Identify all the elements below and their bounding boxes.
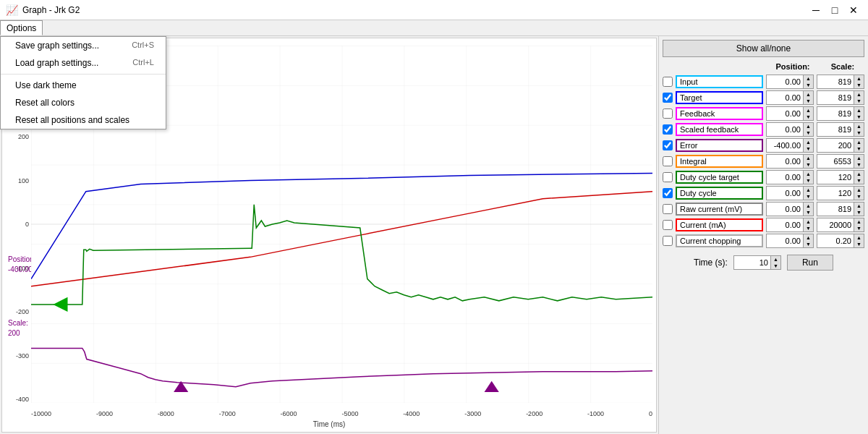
channel-checkbox-4[interactable] (663, 140, 673, 150)
channel-checkbox-3[interactable] (663, 124, 673, 135)
window-icon: 📈 (6, 4, 18, 16)
position-spinner-3: ▲▼ (766, 122, 814, 137)
channel-row-5: Integral▲▼▲▼ (663, 154, 864, 169)
position-input-7[interactable] (767, 188, 803, 198)
position-input-6[interactable] (767, 172, 803, 182)
position-input-2[interactable] (767, 109, 803, 119)
channel-label-4[interactable]: Error (676, 139, 763, 152)
channel-checkbox-6[interactable] (663, 172, 673, 182)
save-graph-settings-item[interactable]: Save graph settings... Ctrl+S (1, 37, 166, 54)
scale-spinner-8: ▲▼ (817, 202, 864, 216)
channel-label-5[interactable]: Integral (676, 155, 763, 168)
position-spinner-5: ▲▼ (766, 154, 814, 169)
channel-row-7: Duty cycle▲▼▲▼ (663, 186, 864, 200)
channel-label-8[interactable]: Raw current (mV) (676, 203, 763, 216)
channel-label-9[interactable]: Current (mA) (676, 218, 763, 231)
time-spin-up[interactable]: ▲ (770, 256, 780, 263)
channel-label-0[interactable]: Input (676, 75, 763, 88)
position-spinner-1: ▲▼ (766, 90, 814, 105)
scale-input-4[interactable] (817, 140, 854, 150)
channel-label-1[interactable]: Target (676, 91, 763, 104)
scale-input-9[interactable] (817, 220, 854, 230)
channel-checkbox-10[interactable] (663, 236, 673, 246)
position-spinner-2: ▲▼ (766, 106, 814, 121)
menu-bar: Options Save graph settings... Ctrl+S Lo… (0, 20, 868, 36)
minimize-button[interactable]: ─ (807, 3, 825, 17)
load-graph-settings-item[interactable]: Load graph settings... Ctrl+L (1, 54, 166, 72)
maximize-button[interactable]: □ (826, 3, 843, 17)
position-input-5[interactable] (767, 156, 803, 166)
run-button[interactable]: Run (787, 255, 833, 271)
position-input-8[interactable] (767, 204, 803, 214)
channel-checkbox-0[interactable] (663, 77, 673, 87)
scale-col-header: Scale: (821, 62, 864, 71)
position-spinner-7: ▲▼ (766, 186, 814, 200)
position-input-1[interactable] (767, 93, 803, 103)
time-run-row: Time (s): ▲ ▼ Run (663, 255, 864, 271)
window-controls: ─ □ ✕ (807, 3, 862, 17)
position-input-4[interactable] (767, 140, 803, 150)
channel-row-6: Duty cycle target▲▼▲▼ (663, 170, 864, 184)
position-input-3[interactable] (767, 124, 803, 135)
channel-checkbox-1[interactable] (663, 93, 673, 103)
channel-checkbox-2[interactable] (663, 109, 673, 119)
channel-label-10[interactable]: Current chopping (676, 234, 763, 247)
scale-input-5[interactable] (817, 156, 854, 166)
position-input-9[interactable] (767, 220, 803, 230)
panel-header-row: Position: Scale: (663, 62, 864, 71)
right-panel: Show all/none Position: Scale: Input▲▼▲▼… (658, 36, 868, 434)
time-spinner: ▲ ▼ (733, 255, 781, 270)
menu-divider (1, 74, 166, 75)
title-bar: 📈 Graph - Jrk G2 ─ □ ✕ (0, 0, 868, 20)
position-col-header: Position: (767, 62, 818, 71)
scale-spinner-3: ▲▼ (817, 122, 864, 137)
channels-container: Input▲▼▲▼Target▲▼▲▼Feedback▲▼▲▼Scaled fe… (663, 75, 864, 250)
scale-spinner-10: ▲▼ (817, 234, 864, 248)
scale-spinner-4: ▲▼ (817, 138, 864, 153)
scale-spinner-0: ▲▼ (817, 75, 864, 89)
channel-row-2: Feedback▲▼▲▼ (663, 106, 864, 121)
scale-input-10[interactable] (817, 236, 854, 246)
x-axis-title: Time (ms) (313, 420, 346, 428)
time-spin-down[interactable]: ▼ (770, 263, 780, 269)
options-menu[interactable]: Options (0, 20, 43, 35)
scale-spinner-1: ▲▼ (817, 90, 864, 105)
scale-input-6[interactable] (817, 172, 854, 182)
channel-label-6[interactable]: Duty cycle target (676, 171, 763, 184)
window-title: Graph - Jrk G2 (22, 5, 80, 15)
reset-all-colors-item[interactable]: Reset all colors (1, 94, 166, 111)
scale-input-1[interactable] (817, 93, 854, 103)
channel-row-4: Error▲▼▲▼ (663, 138, 864, 153)
options-dropdown: Save graph settings... Ctrl+S Load graph… (0, 36, 166, 129)
channel-checkbox-8[interactable] (663, 204, 673, 214)
position-spinner-0: ▲▼ (766, 75, 814, 89)
channel-row-9: Current (mA)▲▼▲▼ (663, 218, 864, 232)
scale-input-3[interactable] (817, 124, 854, 135)
position-input-0[interactable] (767, 77, 803, 87)
position-spinner-9: ▲▼ (766, 218, 814, 232)
close-button[interactable]: ✕ (845, 3, 862, 17)
scale-input-0[interactable] (817, 77, 854, 87)
position-input-10[interactable] (767, 236, 803, 246)
channel-row-1: Target▲▼▲▼ (663, 90, 864, 105)
channel-checkbox-7[interactable] (663, 188, 673, 198)
position-spinner-8: ▲▼ (766, 202, 814, 216)
channel-row-8: Raw current (mV)▲▼▲▼ (663, 202, 864, 216)
reset-positions-item[interactable]: Reset all positions and scales (1, 111, 166, 129)
show-all-none-button[interactable]: Show all/none (663, 40, 864, 57)
channel-row-0: Input▲▼▲▼ (663, 75, 864, 89)
use-dark-theme-item[interactable]: Use dark theme (1, 77, 166, 94)
time-label: Time (s): (694, 258, 728, 268)
channel-label-7[interactable]: Duty cycle (676, 187, 763, 200)
scale-spinner-6: ▲▼ (817, 170, 864, 184)
channel-label-3[interactable]: Scaled feedback (676, 123, 763, 136)
scale-input-7[interactable] (817, 188, 854, 198)
scale-spinner-2: ▲▼ (817, 106, 864, 121)
scale-input-8[interactable] (817, 204, 854, 214)
channel-checkbox-9[interactable] (663, 220, 673, 230)
time-input[interactable] (734, 258, 770, 268)
channel-label-2[interactable]: Feedback (676, 107, 763, 120)
scale-input-2[interactable] (817, 109, 854, 119)
channel-checkbox-5[interactable] (663, 156, 673, 166)
channel-row-10: Current chopping▲▼▲▼ (663, 234, 864, 248)
